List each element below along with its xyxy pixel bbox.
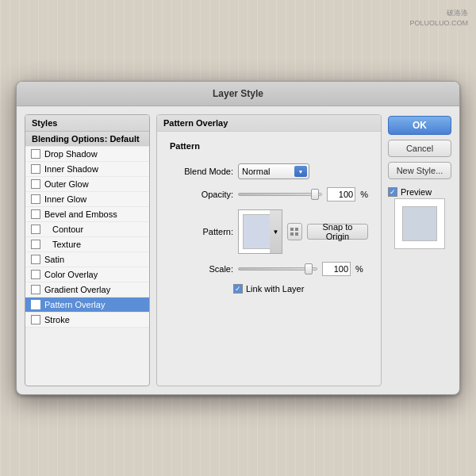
pattern-options-button[interactable] (287, 223, 302, 240)
preview-checkbox[interactable] (388, 187, 397, 197)
svg-rect-2 (290, 232, 294, 236)
link-with-layer-checkbox[interactable] (233, 284, 243, 294)
layer-style-dialog: Layer Style Styles Blending Options: Def… (16, 81, 460, 395)
scale-slider-thumb[interactable] (305, 263, 313, 274)
opacity-percent: % (360, 190, 368, 199)
pattern-overlay-checkbox[interactable]: ✓ (31, 300, 40, 309)
sidebar-item-bevel-emboss[interactable]: Bevel and Emboss (25, 207, 149, 222)
styles-panel: Styles Blending Options: Default Drop Sh… (25, 114, 150, 386)
section-content: Pattern Blend Mode: Normal Multiply Scre… (157, 132, 381, 386)
blend-mode-select-wrapper: Normal Multiply Screen Overlay (238, 163, 309, 179)
scale-slider-container: 100 % (238, 262, 368, 276)
inner-shadow-checkbox[interactable] (31, 164, 40, 174)
preview-text: Preview (401, 187, 432, 197)
pattern-dropdown-icon[interactable]: ▼ (270, 209, 282, 254)
sidebar-item-outer-glow[interactable]: Outer Glow (25, 177, 149, 192)
sidebar-item-satin[interactable]: Satin (25, 252, 149, 267)
sub-section-title: Pattern (170, 141, 368, 151)
sidebar-item-drop-shadow[interactable]: Drop Shadow (25, 147, 149, 162)
sidebar-item-color-overlay[interactable]: Color Overlay (25, 267, 149, 282)
opacity-input[interactable]: 100 (327, 187, 355, 202)
blend-mode-select[interactable]: Normal Multiply Screen Overlay (238, 163, 309, 179)
sidebar-item-stroke[interactable]: Stroke (25, 313, 149, 328)
pattern-label: Pattern: (170, 227, 233, 236)
snap-to-origin-button[interactable]: Snap to Origin (307, 224, 368, 240)
pattern-overlay-section: Pattern Overlay Pattern Blend Mode: Norm… (156, 114, 382, 386)
link-with-layer-label: Link with Layer (246, 284, 304, 294)
satin-checkbox[interactable] (31, 255, 40, 264)
preview-inner (402, 206, 437, 241)
preview-section: Preview (388, 187, 451, 249)
sidebar-item-pattern-overlay[interactable]: ✓ Pattern Overlay (25, 298, 149, 313)
sidebar-item-contour[interactable]: Contour (25, 222, 149, 237)
main-panel: Pattern Overlay Pattern Blend Mode: Norm… (156, 114, 382, 386)
gradient-overlay-checkbox[interactable] (31, 285, 40, 294)
bevel-emboss-checkbox[interactable] (31, 209, 40, 219)
svg-rect-3 (295, 232, 298, 236)
preview-canvas (394, 198, 445, 249)
opacity-label: Opacity: (170, 190, 233, 199)
sidebar-item-gradient-overlay[interactable]: Gradient Overlay (25, 282, 149, 298)
sidebar-item-inner-glow[interactable]: Inner Glow (25, 192, 149, 207)
contour-checkbox[interactable] (31, 225, 40, 234)
color-overlay-checkbox[interactable] (31, 270, 40, 279)
blend-mode-label: Blend Mode: (170, 167, 233, 176)
buttons-panel: OK Cancel New Style... Preview (388, 114, 451, 386)
svg-rect-0 (290, 228, 294, 231)
pattern-grid-icon (290, 227, 299, 236)
sidebar-item-inner-shadow[interactable]: Inner Shadow (25, 162, 149, 177)
pattern-swatch-wrapper: ▼ (238, 209, 282, 254)
dialog-title: Layer Style (17, 82, 459, 106)
cancel-button[interactable]: Cancel (388, 140, 451, 157)
scale-row: Scale: 100 % (170, 262, 368, 276)
opacity-row: Opacity: 100 % (170, 187, 368, 202)
texture-checkbox[interactable] (31, 240, 40, 249)
sidebar-item-blending-options[interactable]: Blending Options: Default (25, 132, 149, 147)
svg-rect-1 (295, 228, 298, 231)
preview-label-row: Preview (388, 187, 432, 197)
blend-mode-row: Blend Mode: Normal Multiply Screen Overl… (170, 163, 368, 179)
scale-percent: % (355, 264, 363, 274)
opacity-slider-container: 100 % (238, 187, 368, 202)
scale-label: Scale: (170, 264, 233, 274)
link-checkbox-row: Link with Layer (170, 284, 368, 294)
scale-slider-track[interactable] (238, 267, 317, 271)
outer-glow-checkbox[interactable] (31, 179, 40, 189)
ok-button[interactable]: OK (388, 116, 451, 135)
opacity-slider-track[interactable] (238, 193, 322, 196)
stroke-checkbox[interactable] (31, 315, 40, 324)
section-title: Pattern Overlay (157, 115, 381, 132)
opacity-slider-thumb[interactable] (311, 189, 319, 200)
watermark: 破洛洛 POLUOLUO.COM (409, 8, 468, 28)
inner-glow-checkbox[interactable] (31, 194, 40, 204)
pattern-row: Pattern: ▼ (170, 209, 368, 254)
scale-input[interactable]: 100 (322, 262, 351, 276)
sidebar-item-texture[interactable]: Texture (25, 237, 149, 252)
drop-shadow-checkbox[interactable] (31, 149, 40, 159)
new-style-button[interactable]: New Style... (388, 162, 451, 179)
styles-panel-header: Styles (25, 115, 149, 132)
